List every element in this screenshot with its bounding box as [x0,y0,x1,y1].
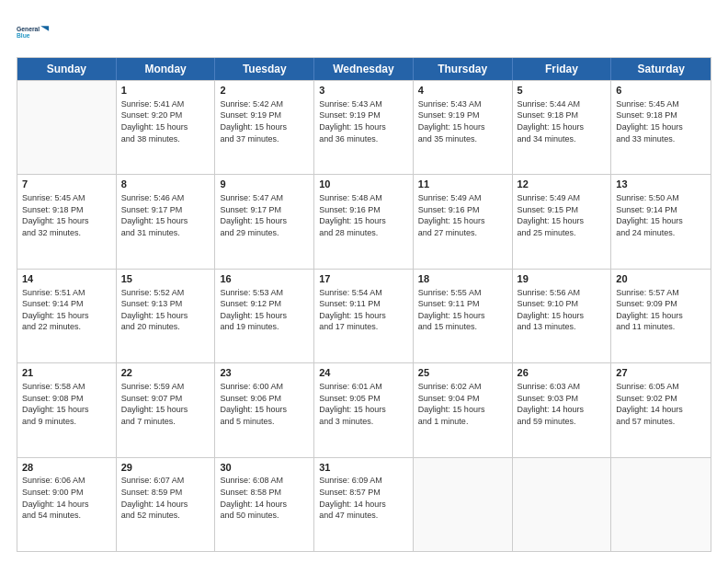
logo: GeneralBlue [17,17,50,50]
header-cell-monday: Monday [117,58,216,80]
day-number: 31 [319,461,408,475]
day-cell-25: 25Sunrise: 6:02 AM Sunset: 9:04 PM Dayli… [414,363,513,456]
day-cell-31: 31Sunrise: 6:09 AM Sunset: 8:57 PM Dayli… [314,458,414,551]
header-cell-thursday: Thursday [414,58,513,80]
day-info: Sunrise: 6:01 AM Sunset: 9:05 PM Dayligh… [319,381,408,427]
day-info: Sunrise: 5:56 AM Sunset: 9:10 PM Dayligh… [518,287,607,333]
day-cell-8: 8Sunrise: 5:46 AM Sunset: 9:17 PM Daylig… [117,175,216,268]
logo-icon: GeneralBlue [17,17,50,50]
day-number: 28 [22,461,111,475]
day-number: 26 [518,366,607,380]
day-info: Sunrise: 5:57 AM Sunset: 9:09 PM Dayligh… [616,287,706,333]
day-number: 23 [220,366,309,380]
day-cell-19: 19Sunrise: 5:56 AM Sunset: 9:10 PM Dayli… [513,270,612,362]
day-number: 12 [518,178,607,191]
day-number: 2 [220,84,309,98]
page: GeneralBlue SundayMondayTuesdayWednesday… [0,0,728,563]
day-number: 14 [22,272,111,286]
day-number: 24 [319,366,408,380]
day-number: 25 [418,366,507,380]
day-info: Sunrise: 6:06 AM Sunset: 9:00 PM Dayligh… [22,475,111,521]
calendar-row-0: 1Sunrise: 5:41 AM Sunset: 9:20 PM Daylig… [17,80,711,174]
day-cell-4: 4Sunrise: 5:43 AM Sunset: 9:19 PM Daylig… [414,81,513,174]
day-info: Sunrise: 5:44 AM Sunset: 9:18 PM Dayligh… [518,98,607,144]
day-info: Sunrise: 6:02 AM Sunset: 9:04 PM Dayligh… [418,381,507,427]
day-info: Sunrise: 5:49 AM Sunset: 9:15 PM Dayligh… [518,192,607,238]
day-cell-20: 20Sunrise: 5:57 AM Sunset: 9:09 PM Dayli… [611,270,711,362]
day-number: 22 [121,366,210,380]
day-info: Sunrise: 5:43 AM Sunset: 9:19 PM Dayligh… [418,98,507,144]
day-info: Sunrise: 6:09 AM Sunset: 8:57 PM Dayligh… [319,475,408,521]
day-cell-6: 6Sunrise: 5:45 AM Sunset: 9:18 PM Daylig… [611,81,711,174]
day-info: Sunrise: 5:58 AM Sunset: 9:08 PM Dayligh… [22,381,111,427]
day-info: Sunrise: 5:52 AM Sunset: 9:13 PM Dayligh… [121,287,210,333]
day-number: 1 [121,84,210,98]
day-number: 7 [22,178,111,191]
calendar-row-4: 28Sunrise: 6:06 AM Sunset: 9:00 PM Dayli… [17,457,711,551]
day-info: Sunrise: 5:46 AM Sunset: 9:17 PM Dayligh… [121,192,210,238]
header-cell-sunday: Sunday [17,58,117,80]
day-cell-14: 14Sunrise: 5:51 AM Sunset: 9:14 PM Dayli… [17,270,117,362]
day-info: Sunrise: 6:03 AM Sunset: 9:03 PM Dayligh… [518,381,607,427]
calendar-row-2: 14Sunrise: 5:51 AM Sunset: 9:14 PM Dayli… [17,269,711,362]
day-info: Sunrise: 5:45 AM Sunset: 9:18 PM Dayligh… [22,192,111,238]
day-cell-2: 2Sunrise: 5:42 AM Sunset: 9:19 PM Daylig… [215,81,314,174]
day-info: Sunrise: 5:53 AM Sunset: 9:12 PM Dayligh… [220,287,309,333]
svg-marker-3 [40,26,49,30]
calendar: SundayMondayTuesdayWednesdayThursdayFrid… [17,57,711,552]
day-info: Sunrise: 6:00 AM Sunset: 9:06 PM Dayligh… [220,381,309,427]
day-cell-17: 17Sunrise: 5:54 AM Sunset: 9:11 PM Dayli… [314,270,414,362]
day-cell-29: 29Sunrise: 6:07 AM Sunset: 8:59 PM Dayli… [117,458,216,551]
calendar-row-3: 21Sunrise: 5:58 AM Sunset: 9:08 PM Dayli… [17,362,711,456]
day-number: 17 [319,272,408,286]
day-cell-22: 22Sunrise: 5:59 AM Sunset: 9:07 PM Dayli… [117,363,216,456]
svg-text:Blue: Blue [17,32,30,39]
day-info: Sunrise: 5:50 AM Sunset: 9:14 PM Dayligh… [616,192,706,238]
day-cell-21: 21Sunrise: 5:58 AM Sunset: 9:08 PM Dayli… [17,363,117,456]
calendar-body: 1Sunrise: 5:41 AM Sunset: 9:20 PM Daylig… [17,80,711,551]
day-cell-5: 5Sunrise: 5:44 AM Sunset: 9:18 PM Daylig… [513,81,612,174]
day-info: Sunrise: 5:43 AM Sunset: 9:19 PM Dayligh… [319,98,408,144]
empty-cell-4-4 [414,458,513,551]
calendar-header: SundayMondayTuesdayWednesdayThursdayFrid… [17,58,711,80]
day-info: Sunrise: 5:54 AM Sunset: 9:11 PM Dayligh… [319,287,408,333]
day-cell-18: 18Sunrise: 5:55 AM Sunset: 9:11 PM Dayli… [414,270,513,362]
day-number: 19 [518,272,607,286]
day-cell-10: 10Sunrise: 5:48 AM Sunset: 9:16 PM Dayli… [314,175,414,268]
day-info: Sunrise: 6:08 AM Sunset: 8:58 PM Dayligh… [220,475,309,521]
day-number: 30 [220,461,309,475]
day-info: Sunrise: 5:45 AM Sunset: 9:18 PM Dayligh… [616,98,706,144]
header-cell-friday: Friday [513,58,612,80]
day-cell-28: 28Sunrise: 6:06 AM Sunset: 9:00 PM Dayli… [17,458,117,551]
day-info: Sunrise: 5:41 AM Sunset: 9:20 PM Dayligh… [121,98,210,144]
day-info: Sunrise: 6:07 AM Sunset: 8:59 PM Dayligh… [121,475,210,521]
day-number: 15 [121,272,210,286]
day-number: 5 [518,84,607,98]
day-info: Sunrise: 5:48 AM Sunset: 9:16 PM Dayligh… [319,192,408,238]
day-number: 16 [220,272,309,286]
day-info: Sunrise: 5:42 AM Sunset: 9:19 PM Dayligh… [220,98,309,144]
day-number: 18 [418,272,507,286]
day-cell-12: 12Sunrise: 5:49 AM Sunset: 9:15 PM Dayli… [513,175,612,268]
day-number: 6 [616,84,706,98]
empty-cell-4-6 [611,458,711,551]
day-cell-13: 13Sunrise: 5:50 AM Sunset: 9:14 PM Dayli… [611,175,711,268]
day-info: Sunrise: 5:51 AM Sunset: 9:14 PM Dayligh… [22,287,111,333]
day-number: 11 [418,178,507,191]
day-number: 13 [616,178,706,191]
day-cell-15: 15Sunrise: 5:52 AM Sunset: 9:13 PM Dayli… [117,270,216,362]
day-number: 4 [418,84,507,98]
day-info: Sunrise: 5:59 AM Sunset: 9:07 PM Dayligh… [121,381,210,427]
calendar-row-1: 7Sunrise: 5:45 AM Sunset: 9:18 PM Daylig… [17,174,711,268]
day-info: Sunrise: 5:47 AM Sunset: 9:17 PM Dayligh… [220,192,309,238]
day-cell-30: 30Sunrise: 6:08 AM Sunset: 8:58 PM Dayli… [215,458,314,551]
day-cell-23: 23Sunrise: 6:00 AM Sunset: 9:06 PM Dayli… [215,363,314,456]
svg-text:General: General [17,26,40,32]
header-cell-tuesday: Tuesday [215,58,314,80]
empty-cell-4-5 [513,458,612,551]
day-cell-3: 3Sunrise: 5:43 AM Sunset: 9:19 PM Daylig… [314,81,414,174]
header-cell-wednesday: Wednesday [314,58,414,80]
day-number: 3 [319,84,408,98]
day-cell-1: 1Sunrise: 5:41 AM Sunset: 9:20 PM Daylig… [117,81,216,174]
day-info: Sunrise: 6:05 AM Sunset: 9:02 PM Dayligh… [616,381,706,427]
